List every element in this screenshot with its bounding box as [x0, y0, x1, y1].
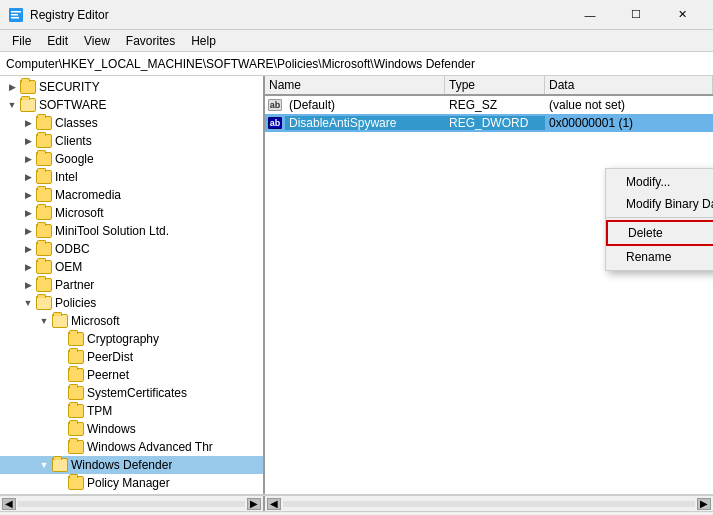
tree-item-policy-manager[interactable]: Policy Manager: [0, 474, 263, 492]
expand-clients[interactable]: ▶: [20, 133, 36, 149]
right-hscroll[interactable]: ◀ ▶: [265, 496, 713, 511]
tree-item-clients[interactable]: ▶ Clients: [0, 132, 263, 150]
svg-rect-2: [11, 14, 18, 16]
expand-intel[interactable]: ▶: [20, 169, 36, 185]
close-button[interactable]: ✕: [659, 0, 705, 30]
menu-edit[interactable]: Edit: [39, 32, 76, 50]
app-icon: [8, 7, 24, 23]
folder-icon-microsoft-l2: [36, 206, 52, 220]
expand-oem[interactable]: ▶: [20, 259, 36, 275]
tree-label-software: SOFTWARE: [39, 98, 107, 112]
window-title: Registry Editor: [30, 8, 567, 22]
svg-rect-3: [11, 17, 19, 19]
reg-name-disable: DisableAntiSpyware: [285, 116, 445, 130]
folder-icon-oem: [36, 260, 52, 274]
reg-row-disable[interactable]: ab DisableAntiSpyware REG_DWORD 0x000000…: [265, 114, 713, 132]
menu-view[interactable]: View: [76, 32, 118, 50]
registry-values: ab (Default) REG_SZ (value not set) ab D…: [265, 96, 713, 494]
tree-item-intel[interactable]: ▶ Intel: [0, 168, 263, 186]
tree-item-minitool[interactable]: ▶ MiniTool Solution Ltd.: [0, 222, 263, 240]
ctx-separator: [606, 217, 713, 218]
context-menu: Modify... Modify Binary Data... Delete R…: [605, 168, 713, 271]
expand-partner[interactable]: ▶: [20, 277, 36, 293]
expand-macromedia[interactable]: ▶: [20, 187, 36, 203]
menu-favorites[interactable]: Favorites: [118, 32, 183, 50]
tree-item-software[interactable]: ▼ SOFTWARE: [0, 96, 263, 114]
tree-content[interactable]: ▶ SECURITY ▼ SOFTWARE ▶ Classes ▶ Client…: [0, 76, 263, 494]
tree-item-peerdist[interactable]: PeerDist: [0, 348, 263, 366]
hscroll-track[interactable]: [18, 501, 245, 507]
tree-item-google[interactable]: ▶ Google: [0, 150, 263, 168]
ctx-item-rename[interactable]: Rename: [606, 246, 713, 268]
tree-item-microsoft-l2[interactable]: ▶ Microsoft: [0, 204, 263, 222]
tree-label-cryptography: Cryptography: [87, 332, 159, 346]
ctx-item-modify-binary[interactable]: Modify Binary Data...: [606, 193, 713, 215]
tree-item-macromedia[interactable]: ▶ Macromedia: [0, 186, 263, 204]
hscroll-left-btn[interactable]: ◀: [2, 498, 16, 510]
folder-icon-security: [20, 80, 36, 94]
hscroll2-left-btn[interactable]: ◀: [267, 498, 281, 510]
tree-item-odbc[interactable]: ▶ ODBC: [0, 240, 263, 258]
tree-label-policies: Policies: [55, 296, 96, 310]
menu-help[interactable]: Help: [183, 32, 224, 50]
expand-google[interactable]: ▶: [20, 151, 36, 167]
tree-item-windows[interactable]: Windows: [0, 420, 263, 438]
expand-software[interactable]: ▼: [4, 97, 20, 113]
folder-icon-minitool: [36, 224, 52, 238]
tree-item-microsoft-l3[interactable]: ▼ Microsoft: [0, 312, 263, 330]
tree-item-systemcerts[interactable]: SystemCertificates: [0, 384, 263, 402]
folder-icon-policies: [36, 296, 52, 310]
expand-odbc[interactable]: ▶: [20, 241, 36, 257]
expand-minitool[interactable]: ▶: [20, 223, 36, 239]
folder-icon-microsoft-l3: [52, 314, 68, 328]
folder-icon-windows-defender: [52, 458, 68, 472]
tree-item-partner[interactable]: ▶ Partner: [0, 276, 263, 294]
left-hscroll[interactable]: ◀ ▶: [0, 496, 265, 511]
expand-windows-defender[interactable]: ▼: [36, 457, 52, 473]
tree-item-tpm[interactable]: TPM: [0, 402, 263, 420]
menu-file[interactable]: File: [4, 32, 39, 50]
tree-label-systemcerts: SystemCertificates: [87, 386, 187, 400]
tree-item-peernet[interactable]: Peernet: [0, 366, 263, 384]
tree-label-windows-adv: Windows Advanced Thr: [87, 440, 213, 454]
tree-label-odbc: ODBC: [55, 242, 90, 256]
tree-item-classes[interactable]: ▶ Classes: [0, 114, 263, 132]
tree-item-cryptography[interactable]: Cryptography: [0, 330, 263, 348]
tree-label-clients: Clients: [55, 134, 92, 148]
tree-item-oem[interactable]: ▶ OEM: [0, 258, 263, 276]
tree-item-windows-adv[interactable]: Windows Advanced Thr: [0, 438, 263, 456]
expand-microsoft-l3[interactable]: ▼: [36, 313, 52, 329]
tree-label-windows: Windows: [87, 422, 136, 436]
reg-row-default[interactable]: ab (Default) REG_SZ (value not set): [265, 96, 713, 114]
folder-icon-windows-adv: [68, 440, 84, 454]
maximize-button[interactable]: ☐: [613, 0, 659, 30]
reg-type-default: REG_SZ: [445, 98, 545, 112]
folder-icon-peerdist: [68, 350, 84, 364]
hscroll-right-btn[interactable]: ▶: [247, 498, 261, 510]
tree-label-minitool: MiniTool Solution Ltd.: [55, 224, 169, 238]
reg-icon-dword: ab: [265, 117, 285, 129]
folder-icon-systemcerts: [68, 386, 84, 400]
hscroll2-right-btn[interactable]: ▶: [697, 498, 711, 510]
ctx-item-delete[interactable]: Delete: [606, 220, 713, 246]
reg-name-default: (Default): [285, 98, 445, 112]
ctx-item-modify[interactable]: Modify...: [606, 171, 713, 193]
folder-icon-intel: [36, 170, 52, 184]
tree-item-policies[interactable]: ▼ Policies: [0, 294, 263, 312]
col-header-name[interactable]: Name: [265, 76, 445, 94]
tree-item-security[interactable]: ▶ SECURITY: [0, 78, 263, 96]
expand-microsoft-l2[interactable]: ▶: [20, 205, 36, 221]
col-header-data[interactable]: Data: [545, 76, 713, 94]
hscroll2-track[interactable]: [283, 501, 695, 507]
tree-label-intel: Intel: [55, 170, 78, 184]
minimize-button[interactable]: —: [567, 0, 613, 30]
expand-policies[interactable]: ▼: [20, 295, 36, 311]
expand-security[interactable]: ▶: [4, 79, 20, 95]
tree-label-security: SECURITY: [39, 80, 100, 94]
tree-item-windows-defender[interactable]: ▼ Windows Defender: [0, 456, 263, 474]
tree-label-windows-defender: Windows Defender: [71, 458, 172, 472]
tree-pane: ▶ SECURITY ▼ SOFTWARE ▶ Classes ▶ Client…: [0, 76, 265, 494]
tree-label-peernet: Peernet: [87, 368, 129, 382]
col-header-type[interactable]: Type: [445, 76, 545, 94]
expand-classes[interactable]: ▶: [20, 115, 36, 131]
